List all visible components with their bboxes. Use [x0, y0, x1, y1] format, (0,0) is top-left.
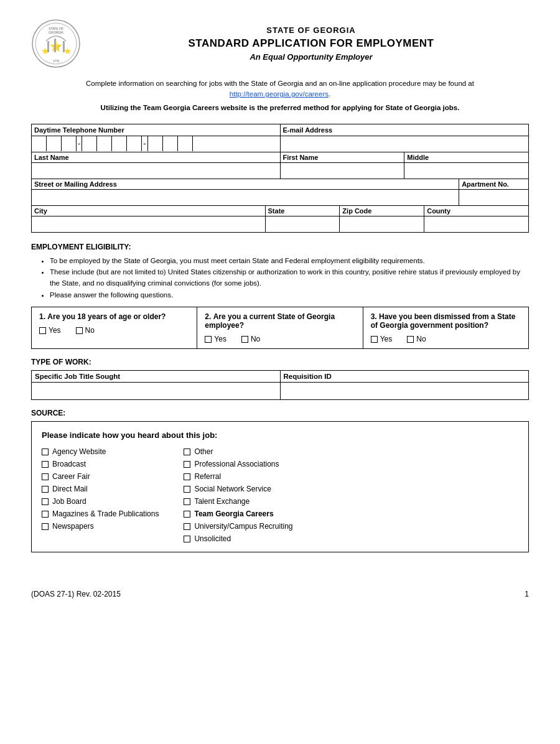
source-unsolicited[interactable]: Unsolicited — [184, 534, 292, 543]
q1-text: Are you 18 years of age or older? — [47, 312, 166, 321]
apt-input[interactable] — [459, 190, 528, 205]
q1-yes[interactable]: Yes — [39, 326, 61, 335]
q3-no-checkbox[interactable] — [407, 336, 414, 343]
eligibility-heading: EMPLOYMENT ELIGIBILITY: — [31, 243, 529, 251]
phone-d8[interactable] — [148, 136, 163, 151]
first-name-input[interactable] — [281, 163, 404, 179]
phone-d9[interactable] — [163, 136, 178, 151]
zip-input[interactable] — [340, 216, 424, 232]
q3-yes-label: Yes — [380, 335, 393, 343]
eligibility-bullet-3: Please answer the following questions. — [50, 289, 529, 300]
referral-label: Referral — [194, 472, 221, 481]
q3-yes-checkbox[interactable] — [371, 336, 378, 343]
q1-yes-label: Yes — [49, 326, 61, 335]
source-talent-exchange[interactable]: Talent Exchange — [184, 497, 292, 506]
university-checkbox[interactable] — [184, 523, 190, 530]
source-career-fair[interactable]: Career Fair — [42, 472, 159, 481]
zip-label: Zip Code — [342, 207, 371, 215]
source-professional[interactable]: Professional Associations — [184, 460, 292, 468]
q2-text: Are you a current State of Georgia emplo… — [205, 312, 335, 330]
q1-no-label: No — [85, 326, 95, 335]
city-table: City State Zip Code County — [31, 206, 529, 233]
source-right-col: Other Professional Associations Referral… — [184, 447, 292, 543]
state-seal: STATE OF GEORGIA ⭐ ⭐ ⭐ 1776 — [31, 19, 81, 68]
phone-d10[interactable] — [178, 136, 193, 151]
requisition-col-header: Requisition ID — [284, 373, 332, 380]
source-magazines[interactable]: Magazines & Trade Publications — [42, 509, 159, 518]
street-input[interactable] — [32, 190, 459, 205]
question-2-cell: 2. Are you a current State of Georgia em… — [197, 307, 363, 349]
talent-exchange-checkbox[interactable] — [184, 498, 190, 505]
middle-input[interactable] — [404, 163, 528, 179]
magazines-checkbox[interactable] — [42, 511, 49, 518]
social-network-checkbox[interactable] — [184, 486, 190, 493]
phone-d5[interactable] — [97, 136, 112, 151]
job-board-label: Job Board — [52, 497, 86, 506]
city-input[interactable] — [32, 216, 265, 232]
careers-link[interactable]: http://team.georgia.gov/careers — [230, 90, 329, 98]
svg-rect-8 — [47, 41, 49, 52]
svg-text:GEORGIA: GEORGIA — [49, 30, 63, 34]
other-label: Other — [194, 447, 213, 456]
q1-yes-checkbox[interactable] — [39, 327, 46, 334]
email-input[interactable] — [281, 136, 529, 152]
last-name-input[interactable] — [32, 163, 280, 179]
direct-mail-checkbox[interactable] — [42, 486, 49, 493]
source-social-network[interactable]: Social Network Service — [184, 485, 292, 493]
magazines-label: Magazines & Trade Publications — [52, 509, 159, 518]
q3-no[interactable]: No — [407, 335, 426, 343]
broadcast-checkbox[interactable] — [42, 461, 49, 468]
source-team-georgia[interactable]: Team Georgia Careers — [184, 509, 292, 518]
source-agency-website[interactable]: Agency Website — [42, 447, 159, 456]
phone-d2[interactable] — [47, 136, 62, 151]
source-university[interactable]: University/Campus Recruiting — [184, 522, 292, 531]
job-board-checkbox[interactable] — [42, 498, 49, 505]
q1-no[interactable]: No — [76, 326, 95, 335]
source-newspapers[interactable]: Newspapers — [42, 522, 159, 531]
agency-website-checkbox[interactable] — [42, 449, 49, 455]
phone-d11[interactable] — [193, 136, 208, 151]
other-checkbox[interactable] — [184, 449, 190, 455]
source-columns: Agency Website Broadcast Career Fair Dir… — [42, 447, 518, 543]
q2-yes-checkbox[interactable] — [205, 336, 212, 343]
state-input[interactable] — [266, 216, 340, 232]
type-of-work-table: Specific Job Title Sought Requisition ID — [31, 370, 529, 400]
newspapers-checkbox[interactable] — [42, 523, 49, 530]
source-direct-mail[interactable]: Direct Mail — [42, 485, 159, 493]
q2-no-checkbox[interactable] — [241, 336, 248, 343]
county-input[interactable] — [424, 216, 528, 232]
phone-d6[interactable] — [112, 136, 127, 151]
job-title-input[interactable] — [34, 387, 278, 396]
question-3-cell: 3. Have you been dismissed from a State … — [363, 307, 528, 349]
q3-yes[interactable]: Yes — [371, 335, 393, 343]
source-referral[interactable]: Referral — [184, 472, 292, 481]
requisition-input[interactable] — [283, 387, 526, 396]
professional-label: Professional Associations — [194, 460, 279, 468]
team-georgia-checkbox[interactable] — [184, 511, 190, 518]
q2-no[interactable]: No — [241, 335, 260, 343]
q2-yes-label: Yes — [214, 335, 226, 343]
eligibility-bullet-2: These include (but are not limited to) U… — [50, 266, 529, 289]
phone-d4[interactable] — [82, 136, 97, 151]
q2-no-label: No — [251, 335, 260, 343]
state-title: STATE OF GEORGIA — [93, 26, 529, 35]
source-broadcast[interactable]: Broadcast — [42, 460, 159, 468]
intro-line1: Complete information on searching for jo… — [86, 80, 474, 87]
newspapers-label: Newspapers — [52, 522, 94, 531]
q1-no-checkbox[interactable] — [76, 327, 83, 334]
source-job-board[interactable]: Job Board — [42, 497, 159, 506]
professional-checkbox[interactable] — [184, 461, 190, 468]
header-text-block: STATE OF GEORGIA STANDARD APPLICATION FO… — [93, 26, 529, 62]
q2-yes[interactable]: Yes — [205, 335, 226, 343]
q1-num: 1. — [39, 312, 45, 321]
referral-checkbox[interactable] — [184, 473, 190, 480]
city-label: City — [34, 207, 47, 215]
page-number: 1 — [525, 590, 529, 598]
university-label: University/Campus Recruiting — [194, 522, 292, 531]
unsolicited-checkbox[interactable] — [184, 536, 190, 542]
phone-d3[interactable] — [62, 136, 77, 151]
career-fair-checkbox[interactable] — [42, 473, 49, 480]
phone-d1[interactable] — [32, 136, 47, 151]
phone-d7[interactable] — [127, 136, 142, 151]
source-other[interactable]: Other — [184, 447, 292, 456]
